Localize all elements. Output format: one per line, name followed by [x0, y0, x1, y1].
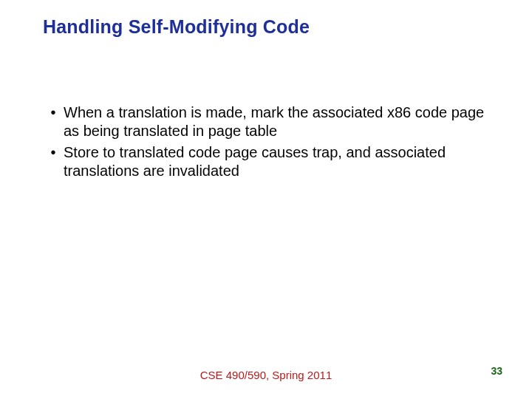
slide-content: • When a translation is made, mark the a…	[43, 103, 489, 183]
bullet-item: • Store to translated code page causes t…	[43, 143, 489, 180]
bullet-text: Store to translated code page causes tra…	[64, 143, 489, 180]
slide: Handling Self-Modifying Code • When a tr…	[0, 0, 532, 399]
bullet-dot-icon: •	[43, 103, 64, 122]
bullet-item: • When a translation is made, mark the a…	[43, 103, 489, 140]
page-number: 33	[491, 365, 502, 377]
slide-title: Handling Self-Modifying Code	[43, 16, 310, 38]
bullet-text: When a translation is made, mark the ass…	[64, 103, 489, 140]
bullet-dot-icon: •	[43, 143, 64, 162]
slide-footer: CSE 490/590, Spring 2011	[0, 369, 532, 381]
